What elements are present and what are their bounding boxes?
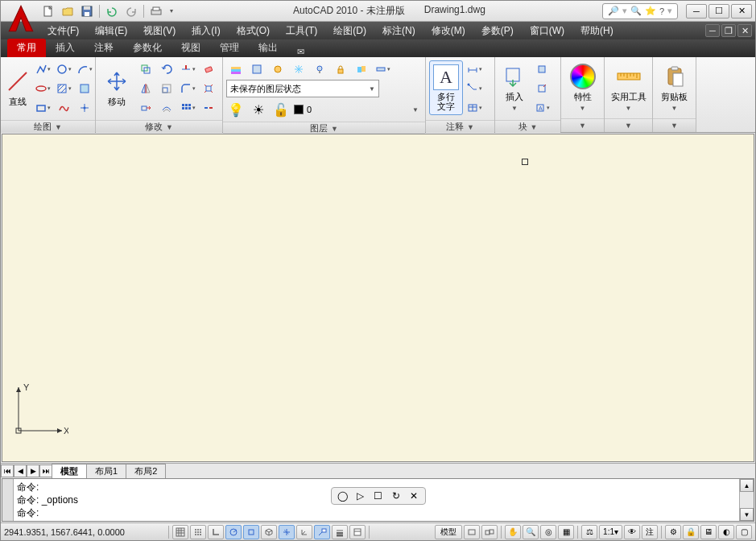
infocenter-search[interactable]: 🔎 ▾ 🔍 ⭐ ? ▾ <box>602 3 678 19</box>
dropdown-icon[interactable]: ▼ <box>412 106 419 114</box>
nav-play-icon[interactable]: ▷ <box>354 489 367 502</box>
explode-button[interactable] <box>199 80 218 97</box>
block-attr-button[interactable]: A <box>532 99 552 117</box>
scroll-down-button[interactable]: ▼ <box>740 508 754 521</box>
pan-button[interactable]: ✋ <box>505 525 521 539</box>
point-button[interactable] <box>75 99 94 117</box>
nav-record-icon[interactable]: ◯ <box>337 489 349 502</box>
mtext-button[interactable]: A 多行 文字 <box>429 60 463 115</box>
doc-close-button[interactable]: ✕ <box>737 24 752 37</box>
region-button[interactable] <box>75 80 94 97</box>
layout-nav-last[interactable]: ⏭ <box>39 465 52 477</box>
showmotion-button[interactable]: ▦ <box>558 525 574 539</box>
layer-lock2-icon[interactable]: 🔓 <box>271 101 291 118</box>
3dosnap-toggle[interactable] <box>261 525 277 539</box>
create-block-button[interactable] <box>532 60 552 78</box>
osnap-toggle[interactable] <box>243 525 259 539</box>
spline-button[interactable] <box>54 99 73 117</box>
layer-states-button[interactable] <box>247 60 266 78</box>
anno-scale-button[interactable]: ⚖ <box>581 525 597 539</box>
copy-button[interactable] <box>136 60 155 78</box>
toolbar-lock-button[interactable]: 🔒 <box>683 525 699 539</box>
menu-tools[interactable]: 工具(T) <box>278 23 325 39</box>
panel-modify-title[interactable]: 修改▼ <box>96 120 222 133</box>
close-button[interactable]: ✕ <box>731 4 752 19</box>
coordinates-display[interactable]: 2941.9351, 1567.6441, 0.0000 <box>4 527 165 537</box>
anno-auto-button[interactable]: 注 <box>642 525 658 539</box>
nav-stop-icon[interactable]: ☐ <box>372 489 385 502</box>
scale-button[interactable] <box>157 80 176 97</box>
paste-button[interactable]: 剪贴板 ▼ <box>657 60 692 115</box>
command-prompt[interactable]: 命令: <box>17 506 736 519</box>
anno-visibility-button[interactable]: 👁 <box>624 525 640 539</box>
model-paper-toggle[interactable]: 模型 <box>435 525 462 539</box>
menu-format[interactable]: 格式(O) <box>229 23 278 39</box>
circle-button[interactable] <box>54 60 73 78</box>
ribbon-tab-insert[interactable]: 插入 <box>46 39 85 57</box>
qp-toggle[interactable] <box>349 525 366 539</box>
nav-close-icon[interactable]: ✕ <box>407 489 420 502</box>
measure-button[interactable]: 实用工具 ▼ <box>608 60 649 115</box>
layer-freeze-button[interactable] <box>289 60 308 78</box>
insert-block-button[interactable]: 插入 ▼ <box>498 60 531 115</box>
menu-help[interactable]: 帮助(H) <box>572 23 622 39</box>
plot-button[interactable] <box>147 3 165 19</box>
panel-annotation-title[interactable]: 注释▼ <box>426 120 494 133</box>
panel-draw-title[interactable]: 绘图▼ <box>1 120 95 133</box>
lwt-toggle[interactable] <box>332 525 348 539</box>
layout-nav-first[interactable]: ⏮ <box>1 465 14 477</box>
ducs-toggle[interactable] <box>296 525 312 539</box>
menu-window[interactable]: 窗口(W) <box>522 23 572 39</box>
minimize-button[interactable]: ─ <box>686 4 707 19</box>
qnew-button[interactable] <box>39 3 57 19</box>
array-button[interactable] <box>178 99 197 117</box>
join-button[interactable] <box>199 99 218 117</box>
panel-block-title[interactable]: 块▼ <box>495 120 560 133</box>
menu-file[interactable]: 文件(F) <box>39 23 87 39</box>
layer-isolate-button[interactable] <box>268 60 287 78</box>
undo-button[interactable] <box>103 3 121 19</box>
doc-minimize-button[interactable]: ─ <box>705 24 720 37</box>
command-window[interactable]: 命令: 命令: _options 命令: ◯ ▷ ☐ ↻ ✕ ▲ ▼ <box>2 478 754 522</box>
layer-properties-button[interactable] <box>226 60 246 78</box>
hardware-accel-button[interactable]: 🖥 <box>700 525 717 539</box>
menu-parametric[interactable]: 参数(P) <box>473 23 522 39</box>
fillet-button[interactable] <box>178 80 197 97</box>
drawing-area[interactable]: Y X <box>2 134 754 462</box>
snap-toggle[interactable] <box>172 525 188 539</box>
layer-lock-button[interactable] <box>331 60 350 78</box>
ortho-toggle[interactable] <box>208 525 224 539</box>
maximize-button[interactable]: ☐ <box>708 4 729 19</box>
save-button[interactable] <box>78 3 96 19</box>
layout-tab-layout2[interactable]: 布局2 <box>126 464 166 478</box>
ribbon-tab-manage[interactable]: 管理 <box>210 39 249 57</box>
quickview-drawings[interactable] <box>481 525 498 539</box>
layer-state-combo[interactable]: 未保存的图层状态 ▼ <box>226 80 379 97</box>
steering-wheel-button[interactable]: ◎ <box>540 525 556 539</box>
ribbon-tab-output[interactable]: 输出 <box>249 39 287 57</box>
menu-insert[interactable]: 插入(I) <box>184 23 228 39</box>
mirror-button[interactable] <box>136 80 155 97</box>
polar-toggle[interactable] <box>225 525 242 539</box>
ribbon-tab-view[interactable]: 视图 <box>171 39 210 57</box>
line-button[interactable]: 直线 <box>4 60 31 115</box>
ribbon-help-icon[interactable]: ✉ <box>297 47 304 57</box>
layer-color-swatch[interactable] <box>294 105 304 114</box>
ellipse-button[interactable] <box>33 80 52 97</box>
open-button[interactable] <box>59 3 76 19</box>
menu-modify[interactable]: 修改(M) <box>423 23 473 39</box>
layer-sun-icon[interactable]: ☀ <box>249 101 268 118</box>
polyline-button[interactable] <box>33 60 52 78</box>
rectangle-button[interactable] <box>33 99 52 117</box>
qat-customize-button[interactable]: ▾ <box>167 3 176 19</box>
nav-loop-icon[interactable]: ↻ <box>390 489 403 502</box>
isolate-objects-button[interactable]: ◐ <box>718 525 734 539</box>
dyn-toggle[interactable] <box>314 525 330 539</box>
layout-nav-prev[interactable]: ◀ <box>14 465 27 477</box>
edit-block-button[interactable] <box>532 80 552 97</box>
app-menu-button[interactable] <box>4 2 38 36</box>
trim-button[interactable] <box>178 60 197 78</box>
redo-button[interactable] <box>122 3 140 19</box>
workspace-switch-button[interactable]: ⚙ <box>665 525 681 539</box>
layer-off-button[interactable] <box>310 60 329 78</box>
